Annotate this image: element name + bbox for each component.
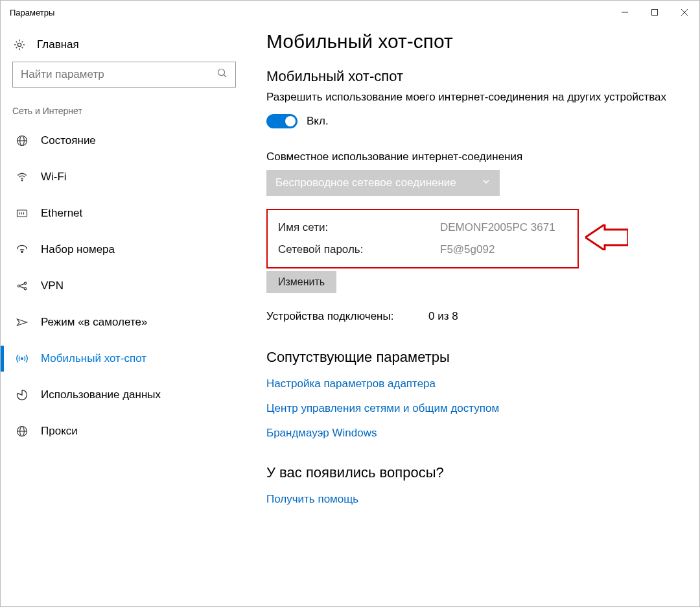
sidebar-item-wifi[interactable]: Wi-Fi <box>12 159 235 195</box>
close-button[interactable] <box>670 1 699 24</box>
sidebar-item-datausage[interactable]: Использование данных <box>12 377 235 413</box>
toggle-state-label: Вкл. <box>307 115 329 128</box>
network-info-box: Имя сети: DEMONF2005PC 3671 Сетевой паро… <box>266 209 579 268</box>
hotspot-toggle[interactable] <box>266 114 298 128</box>
sidebar-item-vpn[interactable]: VPN <box>12 268 235 304</box>
titlebar: Параметры <box>1 1 699 24</box>
section-description: Разрешить использование моего интернет-с… <box>266 90 673 105</box>
help-title: У вас появились вопросы? <box>266 464 673 481</box>
sidebar-item-label: Прокси <box>41 425 78 438</box>
svg-line-19 <box>20 284 25 286</box>
sidebar-item-label: Ethernet <box>41 207 82 220</box>
chevron-down-icon <box>482 176 491 189</box>
minimize-button[interactable] <box>610 1 640 24</box>
network-name-value: DEMONF2005PC 3671 <box>440 217 555 239</box>
window-controls <box>610 1 699 24</box>
network-name-label: Имя сети: <box>278 217 440 239</box>
svg-point-15 <box>21 251 23 253</box>
section-title: Мобильный хот-спот <box>266 68 673 85</box>
sidebar-item-airplane[interactable]: Режим «в самолете» <box>12 304 235 340</box>
network-password-label: Сетевой пароль: <box>278 239 440 261</box>
arrow-annotation-icon <box>585 224 628 253</box>
related-link-firewall[interactable]: Брандмауэр Windows <box>266 427 673 440</box>
sidebar-item-label: Wi-Fi <box>41 171 67 184</box>
svg-point-16 <box>18 285 19 287</box>
dialup-icon <box>15 243 29 256</box>
svg-point-18 <box>24 288 26 290</box>
sidebar-item-label: Набор номера <box>41 243 115 256</box>
gear-icon <box>12 38 27 51</box>
data-usage-icon <box>15 388 29 401</box>
share-label: Совместное использование интернет-соедин… <box>266 150 673 163</box>
search-placeholder: Найти параметр <box>21 68 104 81</box>
svg-point-4 <box>18 43 21 46</box>
airplane-icon <box>15 316 29 329</box>
maximize-button[interactable] <box>640 1 670 24</box>
sidebar-item-label: Режим «в самолете» <box>41 316 147 329</box>
content: Мобильный хот-спот Мобильный хот-спот Ра… <box>247 24 699 606</box>
svg-point-17 <box>24 282 26 284</box>
connection-dropdown[interactable]: Беспроводное сетевое соединение <box>266 170 500 196</box>
proxy-icon <box>15 425 29 438</box>
sidebar-item-dialup[interactable]: Набор номера <box>12 232 235 268</box>
sidebar-item-ethernet[interactable]: Ethernet <box>12 195 235 232</box>
svg-line-20 <box>20 287 25 289</box>
search-icon <box>217 68 228 82</box>
sidebar-section-label: Сеть и Интернет <box>12 106 235 116</box>
hotspot-icon <box>15 352 29 365</box>
svg-line-6 <box>224 75 226 77</box>
globe-icon <box>15 134 29 147</box>
svg-point-10 <box>21 180 23 181</box>
edit-button[interactable]: Изменить <box>266 271 336 293</box>
sidebar-home-label: Главная <box>37 38 79 51</box>
sidebar-item-label: VPN <box>41 280 64 292</box>
devices-value: 0 из 8 <box>428 310 458 323</box>
related-link-sharing-center[interactable]: Центр управления сетями и общим доступом <box>266 402 673 415</box>
vpn-icon <box>15 280 29 292</box>
sidebar: Главная Найти параметр Сеть и Интернет С… <box>1 24 247 606</box>
sidebar-home[interactable]: Главная <box>12 33 235 62</box>
page-title: Мобильный хот-спот <box>266 30 673 53</box>
sidebar-item-label: Состояние <box>41 134 96 147</box>
svg-rect-11 <box>18 210 27 217</box>
sidebar-item-proxy[interactable]: Прокси <box>12 413 235 449</box>
devices-label: Устройства подключены: <box>266 310 428 323</box>
dropdown-value: Беспроводное сетевое соединение <box>275 176 456 189</box>
related-link-adapter[interactable]: Настройка параметров адаптера <box>266 377 673 390</box>
svg-point-21 <box>21 358 23 360</box>
svg-rect-1 <box>652 10 658 16</box>
window-title: Параметры <box>10 8 54 18</box>
sidebar-item-label: Мобильный хот-спот <box>41 352 146 365</box>
related-title: Сопутствующие параметры <box>266 349 673 366</box>
sidebar-item-hotspot[interactable]: Мобильный хот-спот <box>12 340 235 377</box>
help-link[interactable]: Получить помощь <box>266 493 673 506</box>
sidebar-item-label: Использование данных <box>41 388 161 401</box>
search-input[interactable]: Найти параметр <box>12 62 236 88</box>
ethernet-icon <box>15 207 29 220</box>
network-password-value: F5@5g092 <box>440 239 495 261</box>
wifi-icon <box>15 171 29 184</box>
sidebar-item-status[interactable]: Состояние <box>12 123 235 159</box>
